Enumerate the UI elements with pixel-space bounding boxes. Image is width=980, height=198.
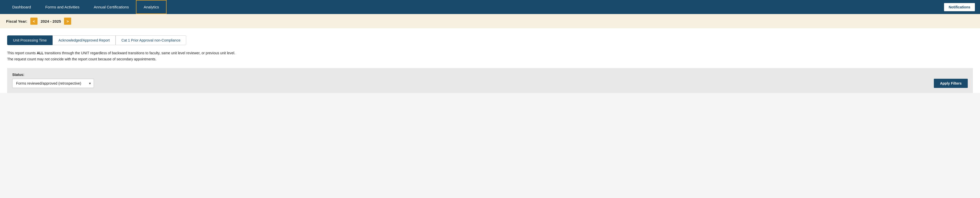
status-select[interactable]: Forms reviewed/approved (retrospective) … xyxy=(12,79,94,88)
notifications-button[interactable]: Notifications xyxy=(944,3,975,11)
filter-status-label: Status: xyxy=(12,73,94,77)
nav-item-annual-certifications[interactable]: Annual Certifications xyxy=(87,0,136,14)
description-line1-suffix: transitions through the UNIT regardless … xyxy=(44,51,235,55)
nav-items: Dashboard Forms and Activities Annual Ce… xyxy=(5,0,944,14)
filter-left: Status: Forms reviewed/approved (retrosp… xyxy=(12,73,94,88)
tab-acknowledged-approved-report[interactable]: Acknowledged/Approved Report xyxy=(52,35,116,45)
description-line2: The request count may not coincide with … xyxy=(7,57,156,61)
apply-filters-button[interactable]: Apply Filters xyxy=(934,79,968,88)
fiscal-year-text: 2024 - 2025 xyxy=(41,19,61,24)
description-text: This report counts ALL transitions throu… xyxy=(7,50,973,62)
fiscal-year-label: Fiscal Year: xyxy=(6,19,27,24)
nav-item-dashboard[interactable]: Dashboard xyxy=(5,0,38,14)
description-line1-bold: ALL xyxy=(37,51,44,55)
main-nav: Dashboard Forms and Activities Annual Ce… xyxy=(0,0,980,14)
select-wrapper: Forms reviewed/approved (retrospective) … xyxy=(12,79,94,88)
fiscal-prev-button[interactable]: < xyxy=(30,17,38,25)
tabs-row: Unit Processing Time Acknowledged/Approv… xyxy=(7,35,973,45)
nav-item-forms-and-activities[interactable]: Forms and Activities xyxy=(38,0,86,14)
nav-item-analytics[interactable]: Analytics xyxy=(136,0,167,14)
fiscal-year-bar: Fiscal Year: < 2024 - 2025 > xyxy=(0,14,980,28)
nav-notifications: Notifications xyxy=(944,3,975,11)
description-line1-prefix: This report counts xyxy=(7,51,37,55)
fiscal-next-button[interactable]: > xyxy=(64,17,71,25)
filter-section: Status: Forms reviewed/approved (retrosp… xyxy=(7,68,973,93)
tab-unit-processing-time[interactable]: Unit Processing Time xyxy=(7,35,52,45)
main-content: Unit Processing Time Acknowledged/Approv… xyxy=(0,28,980,93)
tab-cat1-prior-approval[interactable]: Cat 1 Prior Approval non-Compliance xyxy=(116,35,186,45)
